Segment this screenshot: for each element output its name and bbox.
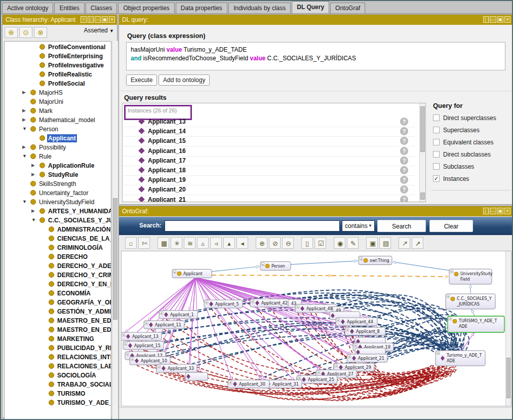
tree-item-studyrule[interactable]: ▶StudyRule <box>5 170 111 179</box>
tab-data-properties[interactable]: Data properties <box>176 3 227 13</box>
explain-button[interactable]: ? <box>400 166 408 174</box>
tree-expand-arrow[interactable]: ▶ <box>22 108 26 113</box>
result-row-applicant-14[interactable]: Applicant_14? <box>123 127 415 137</box>
tree-item-artes-y-humanidades[interactable]: ▶ARTES_Y_HUMANIDADES <box>5 207 111 216</box>
window-icon-close[interactable]: ✕ <box>504 208 510 214</box>
hierarchy-view-dropdown[interactable]: Asserted ▼ <box>84 27 114 34</box>
window-icon-minimize[interactable]: — <box>490 208 496 214</box>
execute-button[interactable]: Execute <box>126 74 157 86</box>
tree-item-publicidad-y-relac[interactable]: PUBLICIDAD_Y_RELAC <box>5 343 111 353</box>
tab-entities[interactable]: Entities <box>54 3 84 13</box>
tree-item-sociolog-a[interactable]: SOCIOLOGÍA <box>5 371 111 380</box>
individual-node-fragment[interactable] <box>185 372 208 380</box>
tree-item-trabajo-social[interactable]: TRABAJO_SOCIAL <box>5 380 111 389</box>
tree-item-turismo[interactable]: TURISMO <box>5 389 111 398</box>
class-node-applicant[interactable]: +Applicant <box>172 270 212 278</box>
tree-item-profileconventional[interactable]: ProfileConventional <box>5 43 111 52</box>
tree-item-relaciones-labora[interactable]: RELACIONES_LABORA <box>5 362 111 371</box>
result-row-applicant-13[interactable]: Applicant_13? <box>123 117 415 127</box>
results-vertical-scrollbar[interactable] <box>419 103 425 202</box>
tab-dl-query[interactable]: DL Query <box>292 1 329 13</box>
tree-expand-arrow[interactable]: ▶ <box>31 172 35 177</box>
tree-item-c-c-sociales-y-jur-dicas[interactable]: ▼C.C._SOCIALES_Y_JURÍDICAS <box>5 216 111 225</box>
window-icon-split[interactable]: ❘❘ <box>88 16 94 23</box>
tree-item-marketing[interactable]: MARKETING <box>5 334 111 343</box>
individual-node-applicant-48[interactable]: +Applicant_48 <box>295 304 337 313</box>
explain-button[interactable]: ? <box>400 185 408 194</box>
individual-node-applicant-15[interactable]: +Applicant_15 <box>123 341 164 350</box>
result-row-applicant-17[interactable]: Applicant_17? <box>123 156 415 166</box>
tree-item-profileinvestigative[interactable]: ProfileInvestigative <box>5 61 111 70</box>
tree-horizontal-layout-icon[interactable]: ◃ <box>210 237 222 249</box>
open-icon[interactable]: ▤ <box>379 237 391 249</box>
tree-item-derecho[interactable]: DERECHO <box>5 252 111 261</box>
class-node-person[interactable]: +Person <box>260 262 291 271</box>
window-icon-maximize[interactable]: ▣ <box>497 16 503 23</box>
tree-collapse-arrow[interactable]: ▼ <box>22 154 27 159</box>
tree-collapse-arrow[interactable]: ▼ <box>31 217 36 222</box>
individual-node-applicant-8[interactable]: +Applicant_8 <box>345 327 385 335</box>
individual-node-applicant-21[interactable]: +Applicant_21 <box>347 354 387 362</box>
individual-node-applicant-13[interactable]: +Applicant_13 <box>122 332 162 340</box>
tree-item-uncertainty-factor[interactable]: Uncertainty_factor <box>5 188 111 198</box>
result-row-applicant-20[interactable]: Applicant_20? <box>123 185 415 195</box>
tree-item-gesti-n-y-administr[interactable]: GESTIÓN_Y_ADMINISTR <box>5 307 111 316</box>
match-mode-dropdown[interactable]: contains ▼ <box>342 220 375 232</box>
individual-node-applicant-25[interactable]: +Applicant_25 <box>297 375 337 384</box>
window-icon-maximize[interactable]: ▣ <box>102 16 108 23</box>
window-icon-close[interactable]: ✕ <box>109 16 115 23</box>
detach-icon[interactable]: ✄ <box>138 237 150 249</box>
tree-item-turismo-y-ade-tade[interactable]: TURISMO_Y_ADE_TADE <box>5 398 111 407</box>
explain-button[interactable]: ? <box>400 176 408 184</box>
tree-vertical-layout-icon[interactable]: ▵ <box>197 237 209 249</box>
tree-expand-arrow[interactable]: ▶ <box>22 144 26 149</box>
add-subclass-button[interactable]: ⊕ <box>5 27 18 38</box>
zoom-out-icon[interactable]: ⊖ <box>282 237 294 249</box>
pin-node-icon[interactable]: ➚ <box>412 237 423 249</box>
checkbox-checked[interactable]: ✓ <box>433 175 440 182</box>
tree-item-derecho-y-ade-dade[interactable]: DERECHO_Y_ADE_DADE <box>5 261 111 271</box>
tree-item-majorhs[interactable]: ▶MajorHS <box>5 88 111 97</box>
explain-button[interactable]: ? <box>400 147 408 155</box>
delete-class-button[interactable]: ⊗ <box>34 27 47 38</box>
tree-horizontal-alt-layout-icon[interactable]: ◂ <box>236 237 248 249</box>
explain-button[interactable]: ? <box>400 127 408 135</box>
window-icon-help[interactable]: ? <box>81 16 87 23</box>
checkbox-unchecked[interactable] <box>433 163 440 170</box>
checkbox-unchecked[interactable] <box>433 151 440 158</box>
tree-collapse-arrow[interactable]: ▼ <box>22 126 27 131</box>
tree-item-applicationrule[interactable]: ▶ApplicationRule <box>5 161 111 170</box>
result-row-applicant-21[interactable]: Applicant_21? <box>123 195 415 202</box>
zoom-in-icon[interactable]: ⊕ <box>256 237 267 249</box>
tree-item-geograf-a-y-ordena[interactable]: GEOGRAFÍA_Y_ORDENA <box>5 298 111 307</box>
result-row-applicant-15[interactable]: Applicant_15? <box>123 136 415 146</box>
explain-button[interactable]: ? <box>400 118 408 126</box>
window-icon-minimize[interactable]: — <box>490 16 496 23</box>
class-node-universitystudyfield[interactable]: +UniversityStudyField <box>449 269 493 284</box>
radial-layout-icon[interactable]: ✳ <box>171 237 182 249</box>
search-input[interactable] <box>165 220 340 232</box>
tree-item-universitystudyfield[interactable]: ▼UniversityStudyField <box>5 198 111 207</box>
tab-active-ontology[interactable]: Active ontology <box>2 3 53 13</box>
window-icon-maximize[interactable]: ▣ <box>497 208 503 214</box>
tree-item-maestro-en-educac[interactable]: MAESTRO_EN_EDUCAC <box>5 316 111 325</box>
explain-button[interactable]: ? <box>400 157 408 165</box>
explain-button[interactable]: ? <box>400 137 408 145</box>
tree-expand-arrow[interactable]: ▶ <box>31 208 35 213</box>
class-node-c-c-sociales-y-jur-dicas[interactable]: +C.C._SOCIALES_Y_JURÍDICAS <box>446 294 495 309</box>
result-row-applicant-19[interactable]: Applicant_19? <box>123 175 415 185</box>
tree-vertical-alt-layout-icon[interactable]: ▴ <box>223 237 235 249</box>
class-node-turismo-y-ade-tade[interactable]: +TURISMO_Y_ADE_TADE <box>448 316 504 332</box>
tree-expand-arrow[interactable]: ▶ <box>22 90 26 95</box>
tab-classes[interactable]: Classes <box>86 3 117 13</box>
class-node-owl-thing[interactable]: +owl:Thing <box>359 256 392 265</box>
zoom-reset-icon[interactable]: ⊘ <box>269 237 281 249</box>
tree-item-relaciones-interna[interactable]: RELACIONES_INTERNA <box>5 353 111 362</box>
checkbox-unchecked[interactable] <box>433 139 440 145</box>
node-filter-icon[interactable]: ☑ <box>314 237 326 249</box>
tree-item-skillsstrength[interactable]: SkillsStrength <box>5 179 111 188</box>
export-image-icon[interactable]: ↗ <box>399 237 410 249</box>
window-icon-split[interactable]: ❘❘ <box>483 16 489 23</box>
tree-item-profilesocial[interactable]: ProfileSocial <box>5 79 111 88</box>
tree-item-administraci-n-y-dir[interactable]: ADMINISTRACIÓN_Y_DIR <box>5 225 111 234</box>
